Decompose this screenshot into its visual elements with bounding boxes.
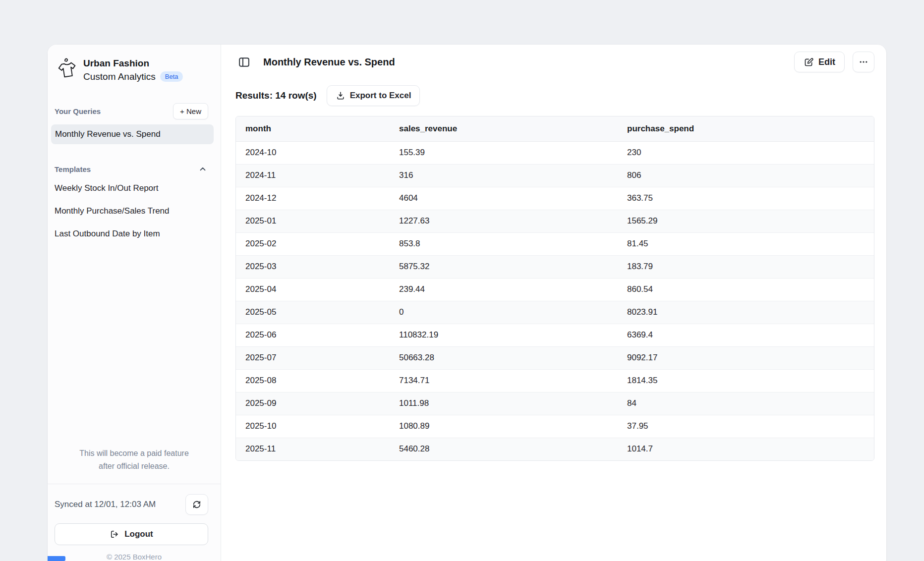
- table-cell: 2025-10: [236, 415, 390, 438]
- table-cell: 1080.89: [390, 415, 618, 438]
- table-cell: 4604: [390, 187, 618, 210]
- file-pencil-icon: [804, 57, 814, 67]
- templates-collapse-button[interactable]: [197, 164, 208, 174]
- table-cell: 2025-02: [236, 232, 390, 255]
- new-query-button[interactable]: + New: [173, 103, 208, 119]
- logout-button[interactable]: Logout: [55, 523, 208, 545]
- table-row: 2025-04239.44860.54: [236, 278, 874, 301]
- export-button-label: Export to Excel: [350, 91, 411, 101]
- table-row: 2025-035875.32183.79: [236, 255, 874, 278]
- table-cell: 50663.28: [390, 346, 618, 369]
- paid-feature-notice-line2: after official release.: [58, 460, 211, 473]
- table-row: 2025-02853.881.45: [236, 232, 874, 255]
- table-cell: 6369.4: [618, 324, 874, 346]
- main-header: Monthly Revenue vs. Spend Edit: [235, 51, 874, 73]
- table-cell: 1814.35: [618, 369, 874, 392]
- table-cell: 2025-09: [236, 392, 390, 415]
- template-item[interactable]: Weekly Stock In/Out Report: [48, 177, 221, 200]
- table-cell: 2025-08: [236, 369, 390, 392]
- table-cell: 110832.19: [390, 324, 618, 346]
- table-cell: 5875.32: [390, 255, 618, 278]
- sidebar: Urban Fashion Custom Analytics Beta Your…: [48, 45, 221, 561]
- table-row: 2025-115460.281014.7: [236, 438, 874, 460]
- template-item[interactable]: Last Outbound Date by Item: [48, 223, 221, 245]
- table-cell: 230: [618, 141, 874, 164]
- queries-section-label: Your Queries: [55, 107, 101, 115]
- paid-feature-notice: This will become a paid feature after of…: [48, 447, 221, 473]
- table-cell: 2024-12: [236, 187, 390, 210]
- table-row: 2025-091011.9884: [236, 392, 874, 415]
- table-cell: 9092.17: [618, 346, 874, 369]
- table-cell: 363.75: [618, 187, 874, 210]
- table-cell: 2024-10: [236, 141, 390, 164]
- table-cell: 8023.91: [618, 301, 874, 324]
- sync-status-text: Synced at 12/01, 12:03 AM: [55, 500, 156, 509]
- table-cell: 1565.29: [618, 210, 874, 232]
- more-options-button[interactable]: [853, 52, 874, 72]
- templates-section-label: Templates: [55, 165, 91, 173]
- sidebar-footer-divider: [48, 484, 221, 484]
- copyright-text: © 2025 BoxHero: [48, 553, 221, 561]
- results-table: month sales_revenue purchase_spend 2024-…: [235, 116, 874, 461]
- logout-icon: [110, 529, 119, 539]
- table-row: 2025-0508023.91: [236, 301, 874, 324]
- table-cell: 316: [390, 164, 618, 187]
- export-to-excel-button[interactable]: Export to Excel: [327, 85, 420, 106]
- table-cell: 84: [618, 392, 874, 415]
- table-row: 2024-11316806: [236, 164, 874, 187]
- table-cell: 1227.63: [390, 210, 618, 232]
- refresh-button[interactable]: [185, 494, 208, 515]
- table-cell: 239.44: [390, 278, 618, 301]
- brand: Urban Fashion Custom Analytics Beta: [48, 45, 221, 83]
- table-cell: 2025-03: [236, 255, 390, 278]
- table-cell: 155.39: [390, 141, 618, 164]
- table-cell: 806: [618, 164, 874, 187]
- table-row: 2025-101080.8937.95: [236, 415, 874, 438]
- brand-subtitle: Custom Analytics: [83, 70, 156, 83]
- table-cell: 2025-04: [236, 278, 390, 301]
- table-cell: 7134.71: [390, 369, 618, 392]
- table-cell: 2025-06: [236, 324, 390, 346]
- table-row: 2025-0750663.289092.17: [236, 346, 874, 369]
- table-row: 2024-124604363.75: [236, 187, 874, 210]
- column-header-sales-revenue: sales_revenue: [390, 116, 618, 141]
- ellipsis-icon: [859, 57, 868, 67]
- beta-badge: Beta: [160, 71, 183, 82]
- templates-list: Weekly Stock In/Out ReportMonthly Purcha…: [48, 177, 221, 245]
- template-item[interactable]: Monthly Purchase/Sales Trend: [48, 200, 221, 223]
- table-row: 2025-087134.711814.35: [236, 369, 874, 392]
- table-row: 2025-06110832.196369.4: [236, 324, 874, 346]
- results-summary: Results: 14 row(s): [235, 90, 317, 101]
- table-cell: 183.79: [618, 255, 874, 278]
- page-title: Monthly Revenue vs. Spend: [263, 56, 395, 68]
- download-icon: [336, 91, 346, 101]
- column-header-month: month: [236, 116, 390, 141]
- brand-title: Urban Fashion: [83, 56, 183, 70]
- table-cell: 2025-07: [236, 346, 390, 369]
- table-cell: 2025-05: [236, 301, 390, 324]
- edit-button[interactable]: Edit: [794, 52, 845, 72]
- table-cell: 853.8: [390, 232, 618, 255]
- queries-section-header: Your Queries + New: [48, 102, 221, 120]
- table-row: 2025-011227.631565.29: [236, 210, 874, 232]
- edit-button-label: Edit: [818, 57, 835, 67]
- logout-button-label: Logout: [124, 529, 153, 539]
- main-content: Monthly Revenue vs. Spend Edit: [221, 45, 886, 561]
- templates-section-header: Templates: [48, 161, 221, 177]
- table-cell: 1011.98: [390, 392, 618, 415]
- results-table-body: 2024-10155.392302024-113168062024-124604…: [236, 141, 874, 460]
- results-row: Results: 14 row(s) Export to Excel: [235, 85, 874, 106]
- sidebar-toggle-button[interactable]: [235, 54, 252, 70]
- bottom-blue-strip: [48, 556, 65, 561]
- tshirt-doodle-icon: [56, 56, 76, 80]
- sidebar-item-query-selected[interactable]: Monthly Revenue vs. Spend: [51, 124, 214, 144]
- table-cell: 81.45: [618, 232, 874, 255]
- panel-left-icon: [238, 56, 250, 68]
- app-window: Urban Fashion Custom Analytics Beta Your…: [48, 45, 886, 561]
- table-cell: 37.95: [618, 415, 874, 438]
- table-cell: 5460.28: [390, 438, 618, 460]
- chevron-up-icon: [198, 165, 207, 173]
- table-cell: 2024-11: [236, 164, 390, 187]
- table-cell: 2025-01: [236, 210, 390, 232]
- table-row: 2024-10155.39230: [236, 141, 874, 164]
